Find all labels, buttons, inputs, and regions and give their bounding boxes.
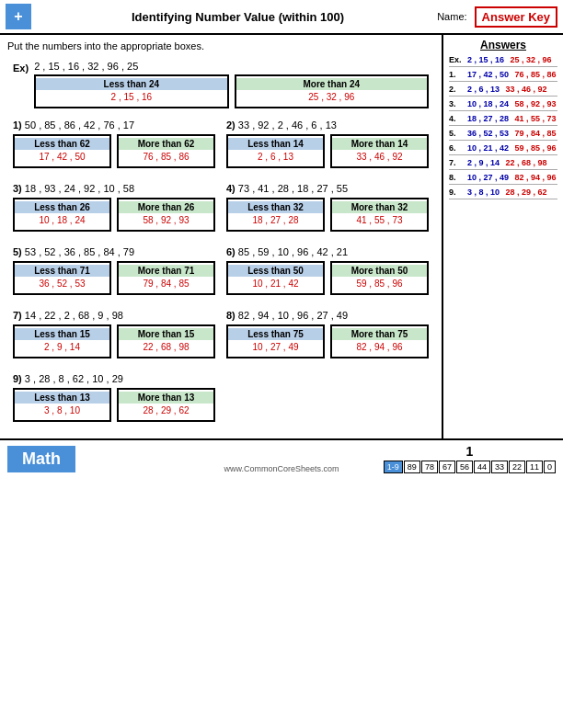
less-box-3: Less than 26 10 , 18 , 24	[13, 198, 111, 232]
less-answers-9: 3 , 8 , 10	[15, 404, 109, 418]
problem-label-2: 2) 33 , 92 , 2 , 46 , 6 , 13	[226, 119, 429, 131]
more-box-5: More than 71 79 , 84 , 85	[117, 261, 215, 295]
problem-boxes-6: Less than 50 10 , 21 , 42 More than 50 5…	[226, 261, 429, 295]
answer-row-2: 2. 2 , 6 , 13 33 , 46 , 92	[449, 85, 557, 97]
answer-row-label-2: 2.	[449, 85, 467, 94]
less-label-3: Less than 26	[15, 201, 109, 213]
answer-row-label-8: 8.	[449, 173, 467, 182]
footer: Math www.CommonCoreSheets.com 1 1-989786…	[0, 438, 563, 477]
answer-vals-7: 2 , 9 , 14 22 , 68 , 98	[467, 158, 547, 167]
more-answers-1: 76 , 85 , 86	[119, 150, 213, 165]
footer-url: www.CommonCoreSheets.com	[224, 464, 339, 473]
answer-vals-6: 10 , 21 , 42 59 , 85 , 96	[467, 143, 557, 153]
more-box-9: More than 13 28 , 29 , 62	[117, 388, 215, 422]
answer-more-7: 22 , 68 , 98	[506, 158, 547, 167]
less-box-5: Less than 71 36 , 52 , 53	[13, 261, 111, 295]
problem-boxes-7: Less than 15 2 , 9 , 14 More than 15 22 …	[13, 324, 215, 358]
more-label-6: More than 50	[332, 265, 427, 277]
more-label-3: More than 26	[119, 201, 213, 213]
more-answers-6: 59 , 85 , 96	[332, 277, 427, 291]
answer-more-4: 41 , 55 , 73	[515, 114, 557, 123]
more-label-8: More than 75	[332, 328, 427, 340]
answer-vals-2: 2 , 6 , 13 33 , 46 , 92	[467, 85, 547, 94]
problem-boxes-1: Less than 62 17 , 42 , 50 More than 62 7…	[13, 134, 215, 168]
example-less-label: Less than 24	[36, 78, 226, 90]
name-label: Name:	[437, 11, 466, 22]
more-box-7: More than 15 22 , 68 , 98	[117, 324, 215, 358]
answer-row-4: 4. 18 , 27 , 28 41 , 55 , 73	[449, 114, 557, 126]
answer-less-5: 36 , 52 , 53	[467, 129, 509, 138]
problem-block-6: 6) 85 , 59 , 10 , 96 , 42 , 21 Less than…	[221, 243, 434, 306]
footer-page: 1	[466, 444, 474, 459]
answer-vals-5: 36 , 52 , 53 79 , 84 , 85	[467, 129, 557, 138]
instruction-text: Put the numbers into the appropriate box…	[7, 40, 434, 51]
footer-math-label: Math	[7, 446, 75, 472]
problem-label-6: 6) 85 , 59 , 10 , 96 , 42 , 21	[226, 246, 429, 257]
more-answers-5: 79 , 84 , 85	[119, 277, 213, 291]
less-box-9: Less than 13 3 , 8 , 10	[13, 388, 111, 422]
score-box-2: 78	[421, 461, 438, 473]
less-answers-7: 2 , 9 , 14	[15, 340, 109, 355]
problem-boxes-3: Less than 26 10 , 18 , 24 More than 26 5…	[13, 198, 215, 232]
less-answers-5: 36 , 52 , 53	[15, 277, 109, 291]
answer-row-label-3: 3.	[449, 99, 467, 108]
example-block: Ex) 2 , 15 , 16 , 32 , 96 , 25 Less than…	[7, 57, 434, 116]
problem-block-3: 3) 18 , 93 , 24 , 92 , 10 , 58 Less than…	[7, 179, 221, 243]
less-label-2: Less than 14	[228, 138, 323, 150]
answer-more-2: 33 , 46 , 92	[506, 85, 547, 94]
answer-row-label-1: 1.	[449, 70, 467, 79]
more-answers-2: 33 , 46 , 92	[332, 150, 427, 165]
less-box-6: Less than 50 10 , 21 , 42	[226, 261, 325, 295]
answer-vals-0: 2 , 15 , 16 25 , 32 , 96	[467, 55, 552, 64]
answer-row-label-6: 6.	[449, 143, 467, 153]
problem-label-4: 4) 73 , 41 , 28 , 18 , 27 , 55	[226, 183, 429, 194]
less-answers-1: 17 , 42 , 50	[15, 150, 109, 165]
answer-row-9: 9. 3 , 8 , 10 28 , 29 , 62	[449, 188, 557, 199]
less-answers-4: 18 , 27 , 28	[228, 213, 323, 228]
answer-less-6: 10 , 21 , 42	[467, 143, 509, 153]
problem-boxes-9: Less than 13 3 , 8 , 10 More than 13 28 …	[13, 388, 215, 422]
more-label-9: More than 13	[119, 392, 213, 404]
answer-row-label-7: 7.	[449, 158, 467, 167]
problem-label-8: 8) 82 , 94 , 10 , 96 , 27 , 49	[226, 310, 429, 321]
more-label-7: More than 15	[119, 328, 213, 340]
more-label-2: More than 14	[332, 138, 427, 150]
answer-less-3: 10 , 18 , 24	[467, 99, 509, 108]
answer-vals-1: 17 , 42 , 50 76 , 85 , 86	[467, 70, 557, 79]
answer-vals-9: 3 , 8 , 10 28 , 29 , 62	[467, 188, 547, 197]
less-answers-2: 2 , 6 , 13	[228, 150, 323, 165]
answer-row-label-0: Ex.	[449, 55, 467, 64]
answer-row-1: 1. 17 , 42 , 50 76 , 85 , 86	[449, 70, 557, 82]
more-label-4: More than 32	[332, 201, 427, 213]
answer-vals-3: 10 , 18 , 24 58 , 92 , 93	[467, 99, 557, 108]
header: + Identifying Number Value (within 100) …	[0, 0, 563, 35]
problem-block-7: 7) 14 , 22 , 2 , 68 , 9 , 98 Less than 1…	[7, 306, 221, 370]
example-less-box: Less than 24 2 , 15 , 16	[34, 74, 228, 108]
more-label-1: More than 62	[119, 138, 213, 150]
more-answers-9: 28 , 29 , 62	[119, 404, 213, 418]
problem-boxes-2: Less than 14 2 , 6 , 13 More than 14 33 …	[226, 134, 429, 168]
answer-key-badge: Answer Key	[475, 6, 557, 28]
less-box-8: Less than 75 10 , 27 , 49	[226, 324, 325, 358]
more-box-2: More than 14 33 , 46 , 92	[330, 134, 429, 168]
example-more-box: More than 24 25 , 32 , 96	[235, 74, 429, 108]
answer-more-5: 79 , 84 , 85	[515, 129, 557, 138]
example-numbers: 2 , 15 , 16 , 32 , 96 , 25	[34, 61, 429, 72]
problem-label-9: 9) 3 , 28 , 8 , 62 , 10 , 29	[13, 373, 215, 384]
score-box-1: 89	[404, 461, 420, 473]
less-box-4: Less than 32 18 , 27 , 28	[226, 198, 325, 232]
problem-block-5: 5) 53 , 52 , 36 , 85 , 84 , 79 Less than…	[7, 243, 221, 306]
answer-row-0: Ex. 2 , 15 , 16 25 , 32 , 96	[449, 55, 557, 67]
score-box-4: 56	[456, 461, 473, 473]
answer-more-6: 59 , 85 , 96	[515, 143, 557, 153]
logo-icon: +	[6, 4, 31, 29]
score-box-5: 44	[474, 461, 490, 473]
main-container: Put the numbers into the appropriate box…	[0, 35, 563, 438]
problem-label-7: 7) 14 , 22 , 2 , 68 , 9 , 98	[13, 310, 215, 321]
score-box-7: 22	[509, 461, 525, 473]
example-less-answers: 2 , 15 , 16	[36, 90, 226, 105]
answer-row-3: 3. 10 , 18 , 24 58 , 92 , 93	[449, 99, 557, 111]
answer-less-1: 17 , 42 , 50	[467, 70, 509, 79]
more-answers-4: 41 , 55 , 73	[332, 213, 427, 228]
problems-grid: 1) 50 , 85 , 86 , 42 , 76 , 17 Less than…	[7, 116, 434, 433]
